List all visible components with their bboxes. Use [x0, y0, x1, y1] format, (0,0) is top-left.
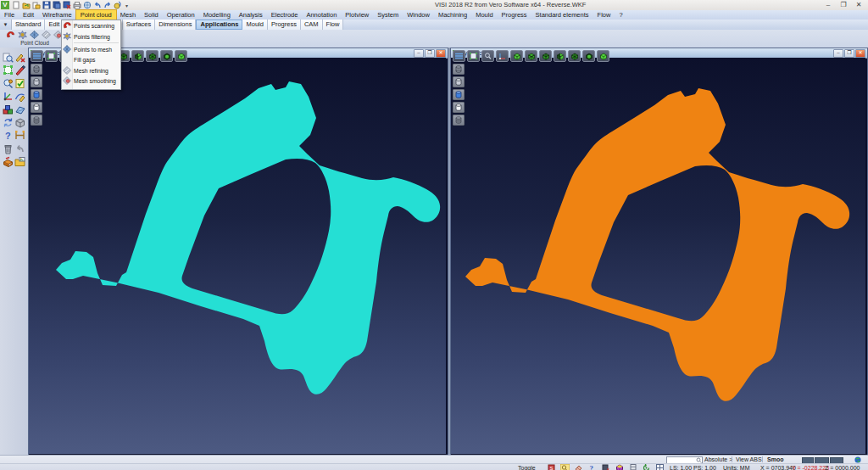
- viewport-right-close-button[interactable]: ✕: [855, 49, 865, 58]
- status-toggle[interactable]: Toggle: [518, 464, 536, 470]
- zoom-page-icon[interactable]: [3, 52, 14, 63]
- tab-dimensions[interactable]: Dimensions: [155, 20, 196, 30]
- menu-mesh[interactable]: Mesh: [116, 10, 140, 20]
- menu-annotation[interactable]: Annotation: [302, 10, 341, 20]
- points-scanning-icon[interactable]: [6, 31, 15, 39]
- cube-wire-2-icon[interactable]: [539, 50, 552, 62]
- menu-item-mesh-smoothing[interactable]: Mesh smoothing: [62, 76, 120, 87]
- refresh-icon[interactable]: [642, 465, 651, 470]
- cyl-shaded-white-icon[interactable]: [453, 102, 465, 113]
- orange-block-icon[interactable]: [3, 156, 14, 167]
- menu-standard-elements[interactable]: Standard elements: [531, 10, 593, 20]
- tab-mould[interactable]: Mould: [242, 20, 267, 30]
- purple-cube-icon[interactable]: [615, 465, 624, 470]
- undo-icon[interactable]: [93, 1, 102, 9]
- cube-wire-1-icon[interactable]: [525, 50, 537, 62]
- save-icon[interactable]: [42, 1, 51, 9]
- new-document-icon[interactable]: [12, 1, 20, 9]
- tab-standard[interactable]: Standard: [12, 20, 45, 30]
- axes-tool-icon[interactable]: [3, 91, 14, 102]
- redo-icon[interactable]: [103, 1, 112, 9]
- layer-list-icon[interactable]: [628, 465, 637, 470]
- cyl-mesh-icon[interactable]: [31, 115, 42, 126]
- cyl-wireframe-icon[interactable]: [453, 64, 465, 75]
- import-file-icon[interactable]: [32, 1, 41, 9]
- tab-flow[interactable]: Flow: [323, 20, 344, 30]
- toolbar-caret-icon[interactable]: ▼: [0, 20, 12, 30]
- red-pencil-icon[interactable]: [14, 64, 25, 76]
- menu-wireframe[interactable]: Wireframe: [38, 10, 76, 20]
- viewport-left-close-button[interactable]: ✕: [436, 49, 446, 58]
- menu-item-mesh-refining[interactable]: Mesh refining: [62, 65, 120, 76]
- cyl-hidden-icon[interactable]: [31, 76, 42, 87]
- colored-cubes-icon[interactable]: [3, 104, 14, 115]
- menu-item-points-to-mesh[interactable]: Points to mesh: [62, 44, 120, 55]
- menu-electrode[interactable]: Electrode: [267, 10, 303, 20]
- eraser-icon[interactable]: [574, 465, 583, 470]
- menu-operation[interactable]: Operation: [163, 10, 199, 20]
- menu-file[interactable]: File: [0, 10, 19, 20]
- menu-window[interactable]: Window: [403, 10, 434, 20]
- fit-view-icon[interactable]: [45, 50, 58, 62]
- save-as-icon[interactable]: [63, 1, 71, 9]
- status-view-abs[interactable]: View ABS: [736, 456, 762, 463]
- blue-plane-icon[interactable]: [14, 104, 25, 115]
- checklist-icon[interactable]: [14, 78, 25, 89]
- delete-trash-icon[interactable]: [3, 143, 14, 154]
- menu-solid[interactable]: Solid: [140, 10, 163, 20]
- cube-solid-icon[interactable]: [175, 50, 187, 62]
- globe-icon[interactable]: [854, 456, 861, 463]
- zoom-view-icon[interactable]: [481, 50, 494, 62]
- tab-cam[interactable]: CAM: [301, 20, 323, 30]
- zoom-settings-icon[interactable]: [3, 78, 14, 89]
- cyl-hidden-icon[interactable]: [453, 76, 465, 87]
- filter-star-icon[interactable]: [601, 465, 610, 470]
- window-close-button[interactable]: ✕: [851, 0, 866, 9]
- cyl-wireframe-icon[interactable]: [31, 64, 42, 75]
- move-view-icon[interactable]: [496, 50, 509, 62]
- solid-model[interactable]: [451, 58, 865, 454]
- menu-system[interactable]: System: [373, 10, 403, 20]
- gray-cube-icon[interactable]: [14, 117, 25, 128]
- save-all-icon[interactable]: [53, 1, 61, 9]
- menu-help[interactable]: ?: [615, 10, 626, 20]
- edit-delete-icon[interactable]: [14, 52, 25, 63]
- tab-surfaces[interactable]: Surfaces: [123, 20, 156, 30]
- points-filtering-icon[interactable]: [18, 31, 27, 39]
- cyl-shaded-blue-icon[interactable]: [453, 89, 465, 100]
- cube-wire-4-icon[interactable]: [582, 50, 595, 62]
- cube-wire-3-icon[interactable]: [568, 50, 581, 62]
- cube-solid-icon[interactable]: [597, 50, 609, 62]
- help-question-icon[interactable]: ?: [3, 130, 14, 141]
- menu-item-fill-gaps[interactable]: Fill gaps: [62, 54, 120, 65]
- menu-edit[interactable]: Edit: [19, 10, 38, 20]
- viewport-right-canvas[interactable]: [451, 58, 867, 455]
- help-status-icon[interactable]: ?: [587, 465, 597, 470]
- viewport-left-maximize-button[interactable]: ❐: [425, 49, 435, 58]
- view-menu-icon[interactable]: [453, 50, 465, 62]
- viewport-right-maximize-button[interactable]: ❐: [844, 49, 854, 58]
- menu-mould[interactable]: Mould: [471, 10, 497, 20]
- tab-applications[interactable]: Applications: [196, 20, 242, 30]
- viewport-left-minimize-button[interactable]: –: [414, 49, 424, 58]
- viewport-right-minimize-button[interactable]: –: [833, 49, 843, 58]
- undo-gray-icon[interactable]: [14, 143, 25, 154]
- menu-plotview[interactable]: Plotview: [341, 10, 373, 20]
- status-absolute[interactable]: Absolute >: [704, 456, 732, 463]
- cyl-shaded-blue-icon[interactable]: [31, 89, 42, 100]
- recent-icon[interactable]: [114, 1, 122, 9]
- view-menu-icon[interactable]: [31, 50, 43, 62]
- menu-analysis[interactable]: Analysis: [235, 10, 267, 20]
- points-to-mesh-icon[interactable]: [30, 31, 39, 39]
- open-folder-icon[interactable]: [22, 1, 31, 9]
- folder-image-icon[interactable]: [14, 156, 25, 167]
- selection-frame-icon[interactable]: [3, 64, 14, 76]
- cube-wire-3-icon[interactable]: [146, 50, 159, 62]
- menu-point-cloud[interactable]: Point cloud: [76, 10, 116, 20]
- print-icon[interactable]: [73, 1, 81, 9]
- point-cloud-model[interactable]: [29, 58, 446, 454]
- menu-item-points-filtering[interactable]: Points filtering: [62, 31, 120, 42]
- grid-panes-icon[interactable]: [655, 465, 665, 470]
- window-maximize-button[interactable]: ❐: [836, 0, 851, 9]
- quick-access-caret-icon[interactable]: ▾: [125, 3, 128, 8]
